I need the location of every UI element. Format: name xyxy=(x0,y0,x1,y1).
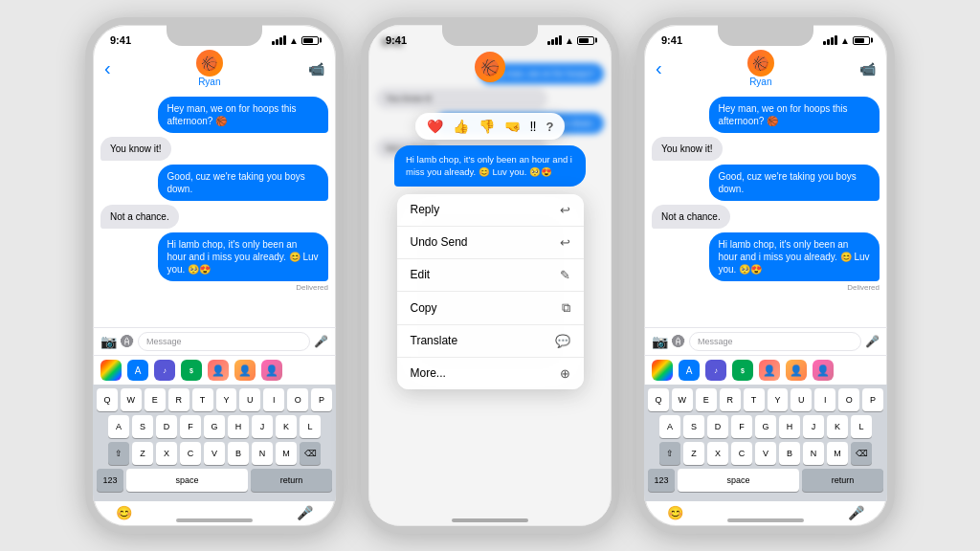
mic-icon-left[interactable]: 🎤 xyxy=(314,335,328,348)
key-z[interactable]: Z xyxy=(132,442,153,465)
photos-app-left[interactable] xyxy=(100,360,122,381)
menu-copy[interactable]: Copy ⧉ xyxy=(397,292,584,325)
key-return[interactable]: return xyxy=(251,469,332,492)
key-n[interactable]: N xyxy=(252,442,273,465)
key-h-r[interactable]: H xyxy=(779,415,800,438)
key-d-r[interactable]: D xyxy=(707,415,728,438)
key-o[interactable]: O xyxy=(287,388,308,411)
reaction-heart[interactable]: ❤️ xyxy=(427,119,443,134)
reaction-exclaim[interactable]: ‼️ xyxy=(530,119,537,134)
key-u[interactable]: U xyxy=(239,388,260,411)
key-b[interactable]: B xyxy=(228,442,249,465)
menu-more[interactable]: More... ⊕ xyxy=(397,358,584,389)
menu-undo-send[interactable]: Undo Send ↩ xyxy=(397,227,584,259)
key-g[interactable]: G xyxy=(204,415,225,438)
key-u-r[interactable]: U xyxy=(791,388,812,411)
key-shift[interactable]: ⇧ xyxy=(108,442,129,465)
key-m[interactable]: M xyxy=(276,442,297,465)
key-h[interactable]: H xyxy=(228,415,249,438)
reaction-thumbdown[interactable]: 👎 xyxy=(479,119,495,134)
key-q-r[interactable]: Q xyxy=(648,388,669,411)
camera-icon-right[interactable]: 📷 xyxy=(652,334,668,349)
key-f[interactable]: F xyxy=(180,415,201,438)
key-w-r[interactable]: W xyxy=(672,388,693,411)
key-v-r[interactable]: V xyxy=(755,442,776,465)
mic-bottom-icon-right[interactable]: 🎤 xyxy=(848,505,864,520)
video-button-left[interactable]: 📹 xyxy=(308,61,324,77)
mic-bottom-icon-left[interactable]: 🎤 xyxy=(297,505,313,520)
contact-name-right[interactable]: Ryan xyxy=(749,77,771,87)
key-t-r[interactable]: T xyxy=(744,388,765,411)
key-f-r[interactable]: F xyxy=(731,415,752,438)
key-z-r[interactable]: Z xyxy=(683,442,704,465)
cash-app-right[interactable]: $ xyxy=(732,360,753,381)
key-backspace[interactable]: ⌫ xyxy=(300,442,321,465)
menu-edit[interactable]: Edit ✎ xyxy=(397,259,584,292)
key-k[interactable]: K xyxy=(276,415,297,438)
appstore-right[interactable]: A xyxy=(679,360,700,381)
menu-translate[interactable]: Translate 💬 xyxy=(397,325,584,358)
key-e[interactable]: E xyxy=(145,388,166,411)
avatar3-right[interactable]: 👤 xyxy=(813,360,834,381)
key-r[interactable]: R xyxy=(168,388,189,411)
key-space[interactable]: space xyxy=(126,469,248,492)
key-c-r[interactable]: C xyxy=(731,442,752,465)
key-123-r[interactable]: 123 xyxy=(648,469,675,492)
key-t[interactable]: T xyxy=(192,388,213,411)
reaction-fist[interactable]: 🤜 xyxy=(504,119,521,134)
key-123[interactable]: 123 xyxy=(97,469,123,492)
avatar3-left[interactable]: 👤 xyxy=(261,360,282,381)
key-q[interactable]: Q xyxy=(97,388,118,411)
emoji-icon-left[interactable]: 😊 xyxy=(116,505,132,520)
key-c[interactable]: C xyxy=(180,442,201,465)
key-y[interactable]: Y xyxy=(216,388,237,411)
key-l-r[interactable]: L xyxy=(851,415,872,438)
key-j-r[interactable]: J xyxy=(803,415,824,438)
key-w[interactable]: W xyxy=(121,388,142,411)
appstore-left[interactable]: A xyxy=(127,360,148,381)
key-p[interactable]: P xyxy=(311,388,332,411)
key-n-r[interactable]: N xyxy=(803,442,824,465)
key-return-r[interactable]: return xyxy=(802,469,883,492)
cash-app-left[interactable]: $ xyxy=(181,360,202,381)
key-v[interactable]: V xyxy=(204,442,225,465)
key-e-r[interactable]: E xyxy=(696,388,717,411)
key-m-r[interactable]: M xyxy=(827,442,848,465)
key-space-r[interactable]: space xyxy=(678,469,799,492)
key-x-r[interactable]: X xyxy=(707,442,728,465)
contact-name-left[interactable]: Ryan xyxy=(198,77,220,87)
key-y-r[interactable]: Y xyxy=(768,388,789,411)
appstore-icon-left[interactable]: 🅐 xyxy=(121,334,134,349)
avatar1-left[interactable]: 👤 xyxy=(208,360,229,381)
key-p-r[interactable]: P xyxy=(862,388,883,411)
avatar2-left[interactable]: 👤 xyxy=(234,360,256,381)
key-k-r[interactable]: K xyxy=(827,415,848,438)
video-button-right[interactable]: 📹 xyxy=(859,61,876,77)
back-button-left[interactable]: ‹ xyxy=(104,57,111,79)
reaction-bar[interactable]: ❤️ 👍 👎 🤜 ‼️ ? xyxy=(415,113,566,140)
mic-icon-right[interactable]: 🎤 xyxy=(865,335,880,348)
key-g-r[interactable]: G xyxy=(755,415,776,438)
key-s[interactable]: S xyxy=(132,415,153,438)
key-s-r[interactable]: S xyxy=(683,415,704,438)
key-r-r[interactable]: R xyxy=(720,388,741,411)
key-a-r[interactable]: A xyxy=(659,415,680,438)
key-l[interactable]: L xyxy=(300,415,321,438)
reaction-question[interactable]: ? xyxy=(546,120,554,134)
key-i-r[interactable]: I xyxy=(814,388,835,411)
avatar2-right[interactable]: 👤 xyxy=(786,360,807,381)
camera-icon-left[interactable]: 📷 xyxy=(100,334,117,349)
audio-app-right[interactable]: ♪ xyxy=(705,360,726,381)
reaction-thumbup[interactable]: 👍 xyxy=(453,119,469,134)
key-b-r[interactable]: B xyxy=(779,442,800,465)
key-backspace-r[interactable]: ⌫ xyxy=(851,442,872,465)
key-x[interactable]: X xyxy=(156,442,177,465)
audio-app-left[interactable]: ♪ xyxy=(154,360,175,381)
avatar1-right[interactable]: 👤 xyxy=(759,360,780,381)
key-shift-r[interactable]: ⇧ xyxy=(659,442,680,465)
key-i[interactable]: I xyxy=(263,388,284,411)
appstore-icon-right[interactable]: 🅐 xyxy=(672,334,685,349)
photos-app-right[interactable] xyxy=(652,360,673,381)
key-j[interactable]: J xyxy=(252,415,273,438)
menu-reply[interactable]: Reply ↩ xyxy=(397,194,584,227)
